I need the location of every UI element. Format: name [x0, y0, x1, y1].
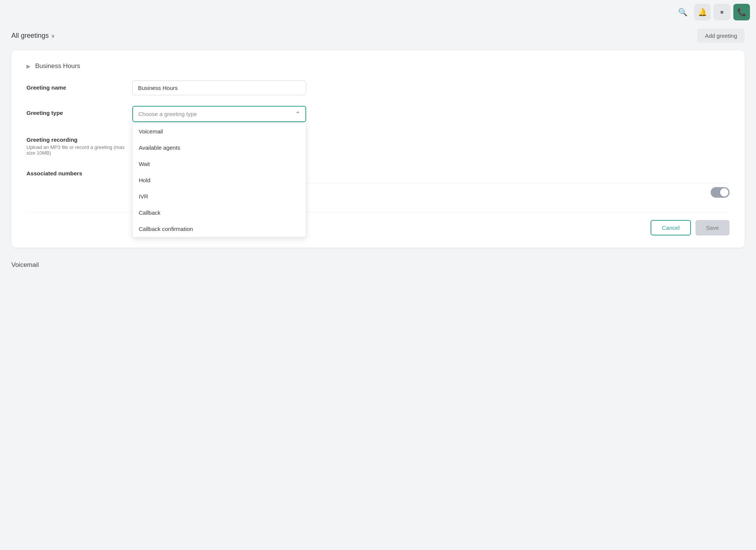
dropdown-item-hold[interactable]: Hold — [133, 172, 306, 188]
topbar: 🔍 🔔 ✖ 📞 — [668, 0, 756, 24]
greeting-type-row: Greeting type Choose a greeting type ⌃ V… — [26, 106, 730, 122]
dropdown-item-ivr[interactable]: IVR — [133, 188, 306, 205]
greeting-type-menu: Voicemail Available agents Wait Hold IVR… — [132, 123, 306, 237]
greeting-name-row: Greeting name — [26, 81, 730, 95]
greeting-name-control — [132, 81, 730, 95]
all-greetings-title[interactable]: All greetings ∨ — [11, 32, 55, 40]
associated-numbers-label: Associated numbers — [26, 166, 132, 177]
chevron-up-icon: ⌃ — [295, 110, 300, 118]
greeting-type-label: Greeting type — [26, 106, 132, 116]
notifications-button[interactable]: 🔔 — [694, 4, 711, 20]
cancel-button[interactable]: Cancel — [651, 220, 691, 235]
dropdown-item-voicemail[interactable]: Voicemail — [133, 123, 306, 139]
bell-icon: 🔔 — [698, 8, 707, 17]
chevron-down-icon: ∨ — [51, 33, 55, 39]
dropdown-item-callback-confirmation[interactable]: Callback confirmation — [133, 221, 306, 237]
add-greeting-button[interactable]: Add greeting — [697, 29, 745, 43]
toggle-knob-2 — [720, 188, 728, 197]
all-greetings-label: All greetings — [11, 32, 49, 40]
expand-icon[interactable]: ▶ — [26, 63, 31, 69]
dropdown-item-available-agents[interactable]: Available agents — [133, 139, 306, 156]
greeting-name-label: Greeting name — [26, 81, 132, 91]
phone-toggle-2[interactable] — [711, 187, 730, 198]
voicemail-section: Voicemail — [11, 255, 745, 269]
greeting-type-dropdown[interactable]: Choose a greeting type ⌃ — [132, 106, 306, 122]
page-content: All greetings ∨ Add greeting ▶ Business … — [0, 0, 756, 269]
dropdown-item-wait[interactable]: Wait — [133, 156, 306, 172]
search-button[interactable]: 🔍 — [674, 4, 691, 20]
greeting-name-input[interactable] — [132, 81, 306, 95]
header-row: All greetings ∨ Add greeting — [11, 23, 745, 50]
phone-button[interactable]: 📞 — [733, 4, 750, 20]
greeting-recording-label: Greeting recording Upload an MP3 file or… — [26, 133, 132, 156]
chat-button[interactable]: ✖ — [714, 4, 730, 20]
greeting-type-placeholder: Choose a greeting type — [138, 111, 197, 117]
save-button[interactable]: Save — [696, 220, 730, 235]
associated-numbers-row: Associated numbers 🇺🇸 +1 (619) 900-6896 … — [26, 166, 730, 201]
greeting-card: ▶ Business Hours Greeting name Greeting … — [11, 50, 745, 248]
dropdown-item-callback[interactable]: Callback — [133, 205, 306, 221]
card-footer: Cancel Save — [26, 212, 730, 235]
chat-icon: ✖ — [720, 9, 724, 16]
voicemail-title: Voicemail — [11, 261, 39, 268]
greeting-recording-row: Greeting recording Upload an MP3 file or… — [26, 133, 730, 156]
section-header: ▶ Business Hours — [26, 62, 730, 70]
phone-icon: 📞 — [737, 8, 747, 17]
search-icon: 🔍 — [678, 8, 688, 17]
section-title: Business Hours — [35, 62, 80, 70]
greeting-type-control: Choose a greeting type ⌃ Voicemail Avail… — [132, 106, 730, 122]
